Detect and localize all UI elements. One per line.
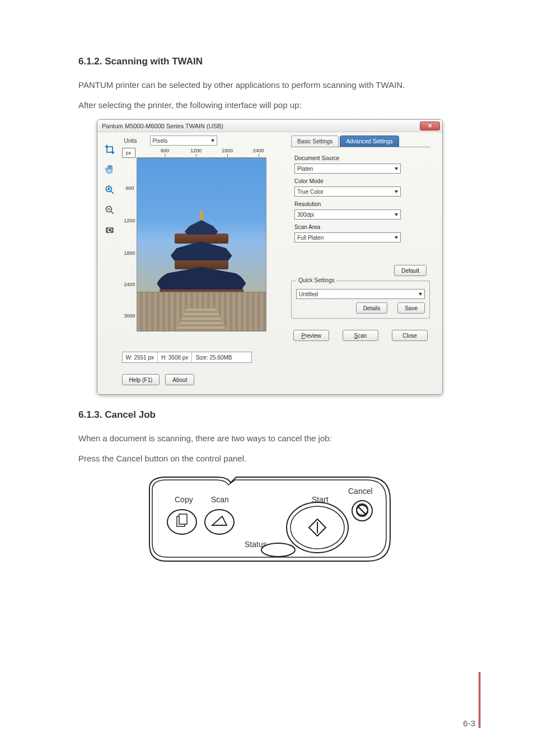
svg-point-7 — [261, 543, 295, 557]
chevron-down-icon — [395, 213, 398, 216]
paragraph: When a document is scanning, there are t… — [78, 430, 461, 447]
margin-bar — [479, 672, 481, 728]
heading-6-1-3: 6.1.3. Cancel Job — [78, 409, 461, 421]
titlebar: Pantum M5000-M6000 Series TWAIN (USB) ✕ — [97, 120, 442, 132]
units-value: Pixels — [153, 138, 168, 144]
units-label: Units — [122, 138, 147, 144]
dropdown-color-mode[interactable]: True Color — [294, 186, 401, 197]
label-document-source: Document Source — [294, 155, 430, 161]
horizontal-ruler: px 600 1200 1800 2400 — [137, 148, 266, 158]
ruler-tick: 1200 — [190, 148, 202, 153]
chevron-down-icon — [395, 236, 398, 239]
svg-point-6 — [205, 510, 234, 534]
panel-label-cancel: Cancel — [348, 487, 373, 496]
dropdown-scan-area[interactable]: Full Platen — [294, 232, 401, 242]
dropdown-value: Untitled — [299, 291, 318, 297]
label-color-mode: Color Mode — [294, 178, 430, 184]
tab-basic-settings[interactable]: Basic Settings — [291, 136, 339, 147]
twain-dialog: Pantum M5000-M6000 Series TWAIN (USB) ✕ — [97, 119, 443, 395]
paragraph: Press the Cancel button on the control p… — [78, 450, 461, 468]
units-dropdown[interactable]: Pixels — [150, 136, 217, 146]
heading-6-1-2: 6.1.2. Scanning with TWAIN — [78, 56, 461, 67]
help-button[interactable]: Help (F1) — [122, 374, 160, 385]
status-height: H: 3508 px — [158, 352, 192, 362]
close-button[interactable]: Close — [392, 330, 428, 341]
dropdown-value: Full Platen — [297, 235, 324, 241]
ruler-tick: 2400 — [253, 148, 264, 153]
status-size: Size: 25.60MB — [192, 352, 251, 362]
dropdown-quick-settings[interactable]: Untitled — [296, 289, 425, 299]
label-resolution: Resolution — [294, 201, 430, 207]
panel-label-copy: Copy — [175, 495, 193, 504]
chevron-down-icon — [211, 139, 214, 142]
vertical-ruler: 600 1200 1800 2400 3000 — [122, 158, 137, 332]
dropdown-value: 300dpi — [297, 212, 314, 218]
dropdown-resolution[interactable]: 300dpi — [294, 209, 401, 220]
crop-icon[interactable] — [104, 143, 116, 156]
scan-preview[interactable] — [137, 158, 266, 332]
zoom-in-icon[interactable] — [104, 184, 116, 196]
quick-settings-group: Quick Settings Untitled Details Save — [291, 281, 430, 319]
svg-rect-5 — [179, 514, 187, 524]
panel-label-scan: Scan — [211, 495, 229, 504]
chevron-down-icon — [395, 190, 398, 193]
dropdown-document-source[interactable]: Platen — [294, 164, 401, 174]
default-button[interactable]: Default — [394, 265, 427, 276]
about-button[interactable]: About — [165, 374, 194, 385]
dropdown-value: True Color — [297, 189, 324, 195]
control-panel-diagram: Copy Scan Status Start Cancel — [144, 472, 396, 567]
quick-settings-legend: Quick Settings — [296, 277, 336, 283]
rotate-icon[interactable] — [104, 224, 116, 236]
tab-advanced-settings[interactable]: Advanced Settings — [340, 136, 399, 147]
chevron-down-icon — [419, 293, 422, 296]
paragraph: PANTUM printer can be selected by other … — [78, 76, 461, 94]
close-icon: ✕ — [428, 123, 432, 129]
window-close-button[interactable]: ✕ — [420, 122, 440, 130]
zoom-out-icon[interactable] — [104, 204, 116, 216]
ruler-tick: 600 — [161, 148, 169, 153]
scan-button[interactable]: Scan — [343, 330, 378, 341]
dropdown-value: Platen — [297, 166, 313, 172]
status-bar: W: 2551 px H: 3508 px Size: 25.60MB — [122, 352, 252, 363]
window-title: Pantum M5000-M6000 Series TWAIN (USB) — [102, 123, 223, 129]
ruler-unit-box: px — [122, 148, 135, 158]
label-scan-area: Scan Area — [294, 224, 430, 230]
status-width: W: 2551 px — [123, 352, 158, 362]
hand-icon[interactable] — [104, 164, 116, 176]
save-button[interactable]: Save — [397, 302, 425, 314]
preview-button[interactable]: Preview — [293, 330, 329, 341]
details-button[interactable]: Details — [356, 302, 388, 314]
chevron-down-icon — [395, 167, 398, 170]
page-number: 6-3 — [463, 718, 475, 728]
tool-sidebar — [97, 132, 122, 394]
ruler-tick: 1800 — [222, 148, 233, 153]
paragraph: After selecting the printer, the followi… — [78, 96, 461, 114]
